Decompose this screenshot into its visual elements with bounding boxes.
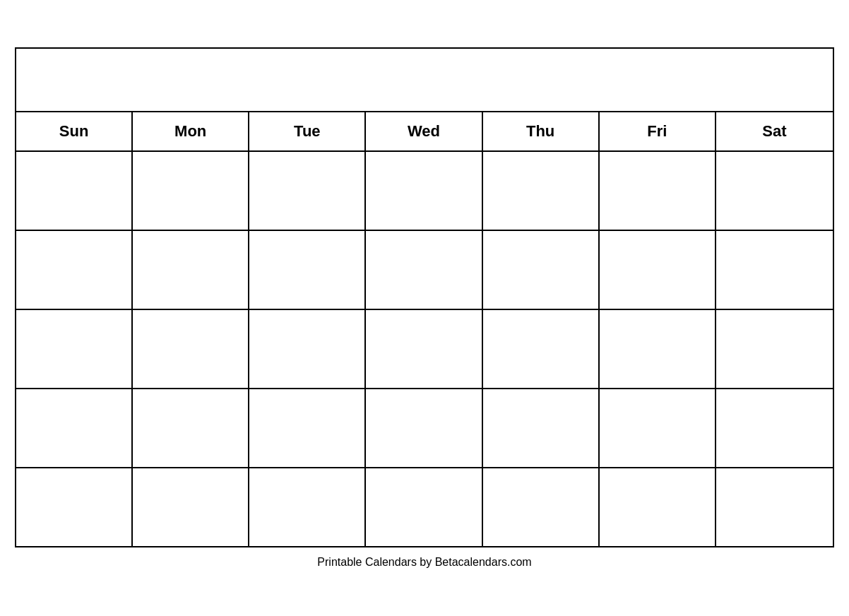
calendar-cell xyxy=(16,468,133,546)
calendar-cell xyxy=(366,310,482,388)
calendar-cell xyxy=(716,231,833,309)
footer-text: Printable Calendars by Betacalendars.com xyxy=(317,556,531,569)
day-header-mon: Mon xyxy=(133,112,249,150)
calendar-cell xyxy=(133,231,249,309)
calendar-cell xyxy=(716,468,833,546)
calendar-row-4 xyxy=(16,389,833,468)
calendar-cell xyxy=(16,152,133,230)
day-header-tue: Tue xyxy=(249,112,366,150)
day-header-sun: Sun xyxy=(16,112,133,150)
calendar-title-row xyxy=(16,49,833,112)
calendar-row-3 xyxy=(16,310,833,389)
day-header-sat: Sat xyxy=(716,112,833,150)
calendar-row-1 xyxy=(16,152,833,231)
calendar-cell xyxy=(600,389,716,467)
calendar-cell xyxy=(716,389,833,467)
calendar-cell xyxy=(600,310,716,388)
day-header-wed: Wed xyxy=(366,112,482,150)
calendar-cell xyxy=(600,468,716,546)
calendar-cell xyxy=(133,468,249,546)
calendar-cell xyxy=(366,389,482,467)
calendar: Sun Mon Tue Wed Thu Fri Sat xyxy=(15,47,834,547)
page-wrapper: Sun Mon Tue Wed Thu Fri Sat xyxy=(15,47,834,569)
calendar-cell xyxy=(716,310,833,388)
calendar-cell xyxy=(600,231,716,309)
calendar-cell xyxy=(16,310,133,388)
calendar-cell xyxy=(16,231,133,309)
calendar-row-5 xyxy=(16,468,833,546)
calendar-cell xyxy=(366,152,482,230)
calendar-cell xyxy=(366,231,482,309)
calendar-cell xyxy=(133,152,249,230)
calendar-cell xyxy=(483,468,600,546)
calendar-cell xyxy=(249,310,366,388)
calendar-cell xyxy=(483,152,600,230)
calendar-cell xyxy=(483,389,600,467)
calendar-cell xyxy=(249,389,366,467)
calendar-cell xyxy=(133,389,249,467)
calendar-cell xyxy=(133,310,249,388)
calendar-cell xyxy=(716,152,833,230)
calendar-row-2 xyxy=(16,231,833,310)
calendar-cell xyxy=(249,231,366,309)
calendar-cell xyxy=(483,310,600,388)
calendar-body xyxy=(16,152,833,546)
calendar-cell xyxy=(366,468,482,546)
calendar-cell xyxy=(483,231,600,309)
calendar-cell xyxy=(600,152,716,230)
calendar-cell xyxy=(249,468,366,546)
calendar-cell xyxy=(16,389,133,467)
day-header-thu: Thu xyxy=(483,112,600,150)
calendar-header: Sun Mon Tue Wed Thu Fri Sat xyxy=(16,112,833,152)
calendar-cell xyxy=(249,152,366,230)
day-header-fri: Fri xyxy=(600,112,716,150)
